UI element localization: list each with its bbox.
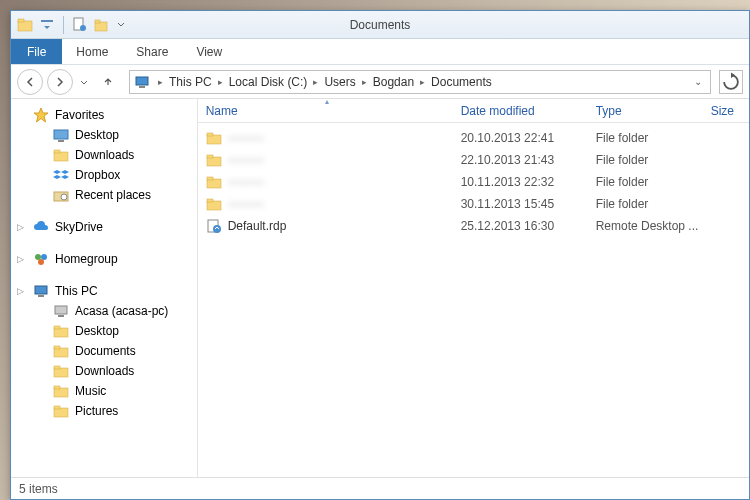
item-count: 5 items: [19, 482, 58, 496]
tab-home[interactable]: Home: [62, 39, 122, 64]
svg-point-41: [213, 225, 221, 233]
sidebar-label: SkyDrive: [55, 220, 103, 234]
sidebar-item-dropbox[interactable]: Dropbox: [11, 165, 197, 185]
homegroup-icon: [33, 251, 49, 267]
folder-icon: [53, 343, 69, 359]
svg-point-15: [35, 254, 41, 260]
expand-icon[interactable]: ▷: [17, 222, 24, 232]
svg-rect-37: [207, 177, 213, 180]
sidebar-item-desktop[interactable]: Desktop: [11, 125, 197, 145]
refresh-button[interactable]: [719, 70, 743, 94]
sidebar-item-pictures[interactable]: Pictures: [11, 401, 197, 421]
address-dropdown-icon[interactable]: ⌄: [690, 76, 706, 87]
folder-icon: [206, 196, 222, 212]
body: Favorites Desktop Downloads Dropbox Rece…: [11, 99, 749, 477]
file-row[interactable]: ———30.11.2013 15:45File folder: [198, 193, 749, 215]
sort-asc-icon: ▴: [325, 99, 329, 106]
chevron-right-icon[interactable]: ▸: [358, 77, 371, 87]
breadcrumb-seg[interactable]: Local Disk (C:): [227, 75, 310, 89]
breadcrumb-seg[interactable]: Users: [322, 75, 357, 89]
file-row[interactable]: ———22.10.2013 21:43File folder: [198, 149, 749, 171]
chevron-right-icon[interactable]: ▸: [214, 77, 227, 87]
chevron-right-icon[interactable]: ▸: [416, 77, 429, 87]
file-name: ———: [228, 175, 264, 189]
svg-rect-7: [136, 77, 148, 85]
chevron-right-icon[interactable]: ▸: [154, 77, 167, 87]
svg-rect-28: [54, 388, 68, 397]
sidebar-label: Homegroup: [55, 252, 118, 266]
svg-point-14: [61, 194, 67, 200]
svg-rect-24: [54, 348, 68, 357]
new-folder-icon[interactable]: [94, 17, 110, 33]
svg-rect-20: [55, 306, 67, 314]
tab-view[interactable]: View: [182, 39, 236, 64]
file-row[interactable]: ———10.11.2013 22:32File folder: [198, 171, 749, 193]
desktop-icon: [53, 127, 69, 143]
file-row[interactable]: Default.rdp25.12.2013 16:30Remote Deskto…: [198, 215, 749, 237]
up-button[interactable]: [95, 69, 121, 95]
pc-icon: [33, 283, 49, 299]
file-row[interactable]: ———20.10.2013 22:41File folder: [198, 127, 749, 149]
file-type: File folder: [588, 175, 703, 189]
sidebar-item-label: Documents: [75, 344, 136, 358]
folder-icon: [206, 174, 222, 190]
sidebar-skydrive[interactable]: ▷SkyDrive: [11, 217, 197, 237]
sidebar-label: This PC: [55, 284, 98, 298]
qat-more-icon[interactable]: [116, 17, 126, 33]
file-date: 20.10.2013 22:41: [453, 131, 588, 145]
properties-icon[interactable]: [72, 17, 88, 33]
file-rows: ———20.10.2013 22:41File folder———22.10.2…: [198, 123, 749, 477]
sidebar-item-network-pc[interactable]: Acasa (acasa-pc): [11, 301, 197, 321]
sidebar-item-music[interactable]: Music: [11, 381, 197, 401]
sidebar-item-downloads[interactable]: Downloads: [11, 145, 197, 165]
sidebar-item-label: Downloads: [75, 148, 134, 162]
sidebar-thispc[interactable]: ▷This PC: [11, 281, 197, 301]
folder-icon: [53, 403, 69, 419]
sidebar-item-desktop[interactable]: Desktop: [11, 321, 197, 341]
window-title: Documents: [350, 18, 411, 32]
sidebar-item-downloads[interactable]: Downloads: [11, 361, 197, 381]
breadcrumb-seg[interactable]: This PC: [167, 75, 214, 89]
column-type[interactable]: Type: [588, 99, 703, 122]
tab-share[interactable]: Share: [122, 39, 182, 64]
svg-point-4: [80, 25, 86, 31]
star-icon: [33, 107, 49, 123]
column-headers: Name▴ Date modified Type Size: [198, 99, 749, 123]
column-date[interactable]: Date modified: [453, 99, 588, 122]
app-icon: [17, 17, 33, 33]
file-name: ———: [228, 197, 264, 211]
computer-icon: [53, 303, 69, 319]
forward-button[interactable]: [47, 69, 73, 95]
address-bar[interactable]: ▸ This PC ▸ Local Disk (C:) ▸ Users ▸ Bo…: [129, 70, 711, 94]
column-size[interactable]: Size: [703, 99, 749, 122]
sidebar-item-documents[interactable]: Documents: [11, 341, 197, 361]
sidebar-favorites[interactable]: Favorites: [11, 105, 197, 125]
sidebar-label: Favorites: [55, 108, 104, 122]
chevron-right-icon[interactable]: ▸: [309, 77, 322, 87]
folder-icon: [53, 147, 69, 163]
explorer-window: Documents File Home Share View ▸ This PC…: [10, 10, 750, 500]
svg-rect-23: [54, 326, 60, 329]
file-tab[interactable]: File: [11, 39, 62, 64]
sidebar-homegroup[interactable]: ▷Homegroup: [11, 249, 197, 269]
expand-icon[interactable]: ▷: [17, 254, 24, 264]
sidebar-item-label: Downloads: [75, 364, 134, 378]
collapse-icon[interactable]: ▷: [17, 286, 24, 296]
sidebar-item-label: Acasa (acasa-pc): [75, 304, 168, 318]
sidebar-item-recent[interactable]: Recent places: [11, 185, 197, 205]
svg-rect-2: [41, 20, 53, 22]
column-name[interactable]: Name▴: [198, 99, 453, 122]
sidebar-item-label: Desktop: [75, 324, 119, 338]
svg-rect-21: [58, 315, 64, 317]
qat-dropdown-icon[interactable]: [39, 17, 55, 33]
history-dropdown-icon[interactable]: [77, 69, 91, 95]
svg-rect-9: [54, 130, 68, 139]
back-button[interactable]: [17, 69, 43, 95]
breadcrumb-seg[interactable]: Documents: [429, 75, 494, 89]
svg-rect-11: [54, 152, 68, 161]
file-list-pane: Name▴ Date modified Type Size ———20.10.2…: [198, 99, 749, 477]
file-type: Remote Desktop ...: [588, 219, 703, 233]
ribbon-tabs: File Home Share View: [11, 39, 749, 65]
breadcrumb-seg[interactable]: Bogdan: [371, 75, 416, 89]
file-date: 25.12.2013 16:30: [453, 219, 588, 233]
